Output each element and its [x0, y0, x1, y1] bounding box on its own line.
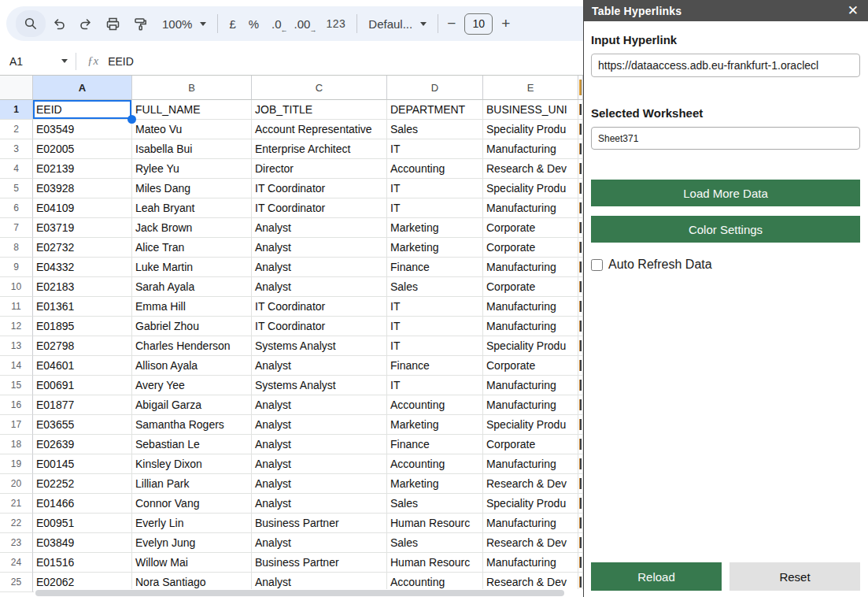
cell[interactable]: Isabella Bui — [132, 139, 252, 159]
cell[interactable]: E04601 — [33, 356, 132, 376]
cell[interactable]: Evelyn Jung — [132, 533, 252, 553]
cell[interactable]: IT Coordinator — [252, 317, 387, 336]
cell[interactable]: FULL_NAME — [132, 100, 252, 120]
cell[interactable]: Director — [252, 159, 387, 179]
cell[interactable]: Analyst — [252, 218, 387, 238]
row-header-24[interactable]: 24 — [0, 553, 33, 573]
cell[interactable]: IT — [387, 179, 483, 198]
cell[interactable]: Speciality Produ — [483, 415, 578, 435]
cell[interactable]: E03655 — [33, 415, 132, 435]
cell[interactable]: IT Coordinator — [252, 179, 387, 198]
cell[interactable]: Alice Tran — [132, 238, 252, 258]
cell[interactable]: Analyst — [252, 238, 387, 258]
row-header-19[interactable]: 19 — [0, 454, 33, 474]
cell[interactable]: E00145 — [33, 454, 132, 474]
row-header-9[interactable]: 9 — [0, 258, 33, 277]
auto-refresh-checkbox[interactable] — [591, 259, 603, 271]
more-formats-button[interactable]: 123 — [319, 11, 352, 36]
cell[interactable]: Miles Dang — [132, 179, 252, 198]
cell[interactable]: Sales — [387, 120, 483, 139]
cell[interactable]: Manufacturing — [483, 139, 578, 159]
cell[interactable]: Manufacturing — [483, 553, 578, 573]
currency-format-button[interactable]: £ — [223, 11, 242, 36]
cell[interactable]: E04332 — [33, 258, 132, 277]
font-selector[interactable]: Defaul... — [362, 11, 433, 36]
column-header-e[interactable]: E — [483, 76, 578, 100]
cell[interactable]: Corporate — [483, 238, 578, 258]
cell[interactable]: Finance — [387, 356, 483, 376]
cell[interactable]: Analyst — [252, 494, 387, 514]
cell[interactable]: Gabriel Zhou — [132, 317, 252, 336]
cell[interactable]: IT — [387, 198, 483, 218]
cell[interactable]: Research & Dev — [483, 533, 578, 553]
cell[interactable]: E01877 — [33, 395, 132, 415]
cell[interactable]: Corporate — [483, 277, 578, 297]
cell[interactable]: Marketing — [387, 415, 483, 435]
row-header-21[interactable]: 21 — [0, 494, 33, 514]
column-header-b[interactable]: B — [132, 76, 252, 100]
row-header-3[interactable]: 3 — [0, 139, 33, 159]
row-header-8[interactable]: 8 — [0, 238, 33, 258]
decrease-font-size-button[interactable]: − — [443, 11, 460, 36]
column-header-d[interactable]: D — [387, 76, 483, 100]
row-header-17[interactable]: 17 — [0, 415, 33, 435]
row-header-2[interactable]: 2 — [0, 120, 33, 139]
cell[interactable]: Abigail Garza — [132, 395, 252, 415]
cell[interactable]: Marketing — [387, 218, 483, 238]
cell[interactable]: Connor Vang — [132, 494, 252, 514]
row-header-16[interactable]: 16 — [0, 395, 33, 415]
worksheet-input[interactable] — [591, 127, 860, 150]
cell[interactable]: Manufacturing — [483, 395, 578, 415]
cell[interactable]: E01516 — [33, 553, 132, 573]
cell[interactable]: Sebastian Le — [132, 435, 252, 454]
cell[interactable]: Finance — [387, 435, 483, 454]
cell[interactable]: Systems Analyst — [252, 376, 387, 395]
cell[interactable]: Corporate — [483, 435, 578, 454]
zoom-selector[interactable]: 100% — [156, 11, 212, 36]
cell[interactable]: Jack Brown — [132, 218, 252, 238]
reset-button[interactable]: Reset — [729, 562, 860, 591]
cell[interactable]: IT — [387, 336, 483, 356]
paint-format-button[interactable] — [127, 11, 154, 36]
cell[interactable]: E01361 — [33, 297, 132, 317]
cell[interactable]: Systems Analyst — [252, 336, 387, 356]
cell[interactable]: Lillian Park — [132, 474, 252, 494]
cell[interactable]: Sarah Ayala — [132, 277, 252, 297]
cell[interactable]: Manufacturing — [483, 317, 578, 336]
cell[interactable]: Business Partner — [252, 514, 387, 533]
cell[interactable]: Accounting — [387, 454, 483, 474]
row-header-23[interactable]: 23 — [0, 533, 33, 553]
name-box[interactable]: A1 — [0, 55, 76, 68]
cell[interactable]: Allison Ayala — [132, 356, 252, 376]
cell[interactable]: E01895 — [33, 317, 132, 336]
undo-button[interactable] — [46, 11, 72, 36]
cell[interactable]: IT — [387, 376, 483, 395]
cell[interactable]: Corporate — [483, 218, 578, 238]
cell[interactable]: Leah Bryant — [132, 198, 252, 218]
cell[interactable]: E02252 — [33, 474, 132, 494]
search-menus-button[interactable] — [16, 10, 46, 37]
cell[interactable]: Business Partner — [252, 553, 387, 573]
horizontal-scrollbar[interactable] — [34, 589, 583, 597]
row-header-7[interactable]: 7 — [0, 218, 33, 238]
cell[interactable]: E03719 — [33, 218, 132, 238]
cell[interactable]: Analyst — [252, 435, 387, 454]
select-all-corner[interactable] — [0, 76, 33, 100]
row-header-13[interactable]: 13 — [0, 336, 33, 356]
cell[interactable]: E00951 — [33, 514, 132, 533]
increase-decimal-button[interactable]: .00→ — [288, 11, 320, 36]
cell[interactable]: Manufacturing — [483, 454, 578, 474]
column-header-a[interactable]: A — [33, 76, 132, 100]
cell[interactable]: E02005 — [33, 139, 132, 159]
cell[interactable]: Marketing — [387, 474, 483, 494]
cell[interactable]: E02183 — [33, 277, 132, 297]
color-settings-button[interactable]: Color Settings — [591, 216, 860, 243]
cell[interactable]: Analyst — [252, 277, 387, 297]
cell[interactable]: Sales — [387, 277, 483, 297]
close-icon[interactable]: ✕ — [848, 4, 859, 17]
cell[interactable]: Charles Henderson — [132, 336, 252, 356]
print-button[interactable] — [99, 11, 127, 36]
cell[interactable]: E02798 — [33, 336, 132, 356]
cell[interactable]: Analyst — [252, 533, 387, 553]
cell[interactable]: Corporate — [483, 356, 578, 376]
